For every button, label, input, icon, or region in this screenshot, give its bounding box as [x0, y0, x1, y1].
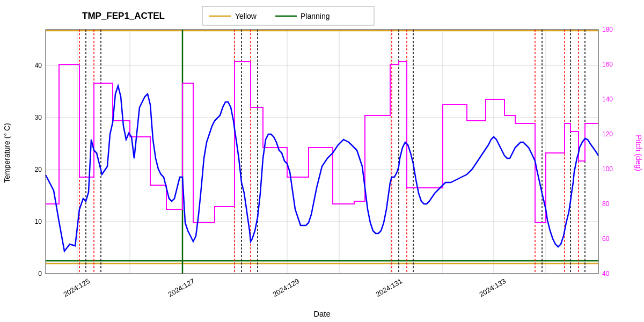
y-right-label: Pitch (deg) [634, 135, 643, 171]
y-tick-30: 30 [35, 114, 42, 121]
y-tick-40: 40 [35, 62, 42, 69]
pitch-tick-40: 40 [602, 270, 610, 277]
chart-container: Temperature (° C) Pitch (deg) Date 0 10 … [0, 0, 644, 322]
y-left-label: Temperature (° C) [3, 123, 11, 182]
legend-yellow-label: Yellow [235, 12, 257, 20]
x-axis-label: Date [313, 309, 331, 318]
y-tick-0: 0 [38, 270, 42, 277]
pitch-tick-100: 100 [602, 165, 613, 173]
pitch-tick-140: 140 [602, 96, 613, 103]
pitch-tick-80: 80 [602, 200, 610, 208]
pitch-tick-160: 160 [602, 61, 613, 68]
legend-planning-label: Planning [301, 12, 330, 20]
pitch-tick-120: 120 [602, 130, 613, 138]
svg-rect-1 [46, 30, 598, 274]
y-tick-20: 20 [35, 166, 42, 173]
y-tick-10: 10 [35, 218, 42, 225]
pitch-tick-60: 60 [602, 235, 610, 243]
chart-title: TMP_FEP1_ACTEL [82, 11, 165, 21]
pitch-tick-180: 180 [602, 26, 613, 33]
